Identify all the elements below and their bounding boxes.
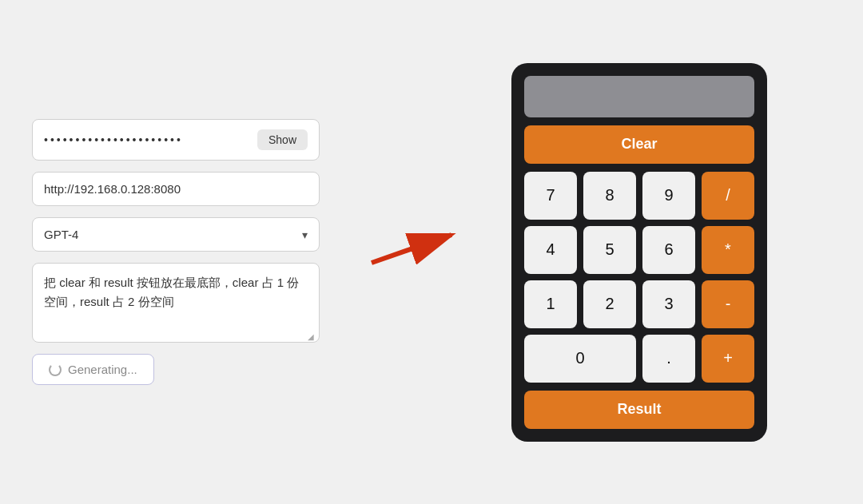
loading-spinner: [49, 363, 62, 376]
show-password-button[interactable]: Show: [257, 129, 308, 150]
btn-8[interactable]: 8: [583, 172, 636, 220]
btn-subtract[interactable]: -: [702, 280, 754, 328]
btn-6[interactable]: 6: [642, 226, 695, 274]
btn-divide[interactable]: /: [702, 172, 754, 220]
btn-1[interactable]: 1: [524, 280, 577, 328]
password-dots: ••••••••••••••••••••••: [44, 133, 183, 146]
url-value: http://192.168.0.128:8080: [44, 182, 181, 196]
model-select-value: GPT-4: [44, 228, 78, 241]
btn-multiply[interactable]: *: [702, 226, 754, 274]
svg-line-1: [372, 235, 451, 263]
btn-3[interactable]: 3: [642, 280, 695, 328]
main-container: •••••••••••••••••••••• Show http://192.1…: [0, 0, 863, 504]
left-panel: •••••••••••••••••••••• Show http://192.1…: [32, 119, 320, 385]
calc-buttons-grid: 7 8 9 / 4 5 6 * 1 2 3 - 0 . +: [524, 172, 754, 383]
resize-handle: ◢: [308, 331, 316, 339]
calculator-display: [524, 76, 754, 117]
arrow-container: [368, 227, 463, 278]
generating-label: Generating...: [68, 363, 137, 376]
clear-button[interactable]: Clear: [524, 125, 754, 164]
chevron-down-icon: ▾: [302, 228, 308, 241]
password-field: •••••••••••••••••••••• Show: [32, 119, 320, 161]
btn-add[interactable]: +: [702, 335, 754, 383]
btn-0[interactable]: 0: [524, 335, 636, 383]
prompt-textarea[interactable]: 把 clear 和 result 按钮放在最底部，clear 占 1 份空间，r…: [32, 263, 320, 343]
btn-7[interactable]: 7: [524, 172, 577, 220]
result-button[interactable]: Result: [524, 391, 754, 429]
arrow-icon: [368, 227, 463, 275]
calculator: Clear 7 8 9 / 4 5 6 * 1 2 3 - 0 . + Resu…: [511, 63, 767, 442]
generating-button[interactable]: Generating...: [32, 354, 154, 385]
model-select[interactable]: GPT-4 ▾: [32, 217, 320, 252]
btn-4[interactable]: 4: [524, 226, 577, 274]
btn-decimal[interactable]: .: [642, 335, 695, 383]
btn-9[interactable]: 9: [642, 172, 695, 220]
btn-5[interactable]: 5: [583, 226, 636, 274]
url-field[interactable]: http://192.168.0.128:8080: [32, 172, 320, 206]
btn-2[interactable]: 2: [583, 280, 636, 328]
textarea-content: 把 clear 和 result 按钮放在最底部，clear 占 1 份空间，r…: [44, 276, 299, 308]
